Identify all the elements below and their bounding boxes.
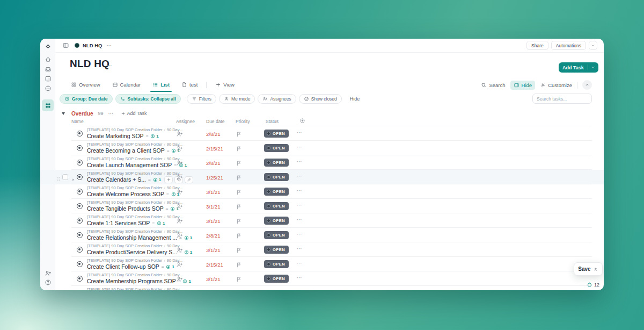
due-date[interactable]: 2/8/21	[206, 233, 220, 239]
subtask-count-badge[interactable]: 1	[157, 220, 165, 227]
task-breadcrumb[interactable]: [TEMPLATE] 90 Day SOP Creation Folder/90…	[87, 214, 182, 219]
due-date[interactable]: 3/1/21	[206, 276, 220, 282]
column-name[interactable]: Name	[71, 119, 84, 124]
search-tasks-input[interactable]	[532, 94, 592, 104]
status-badge[interactable]: OPEN	[264, 231, 289, 239]
priority-flag-icon[interactable]	[236, 203, 242, 212]
task-name[interactable]: Create Welcome Process SOP	[87, 191, 164, 198]
task-breadcrumb[interactable]: [TEMPLATE] 90 Day SOP Creation Folder/90…	[87, 185, 182, 190]
subtask-count-badge[interactable]: 1	[184, 234, 192, 241]
due-date[interactable]: 3/1/21	[206, 218, 220, 224]
drag-handle-icon[interactable]	[56, 174, 61, 184]
task-row[interactable]: [TEMPLATE] 90 Day SOP Creation Folder/90…	[40, 199, 604, 213]
task-more-icon[interactable]: ⋯	[297, 173, 303, 179]
status-badge[interactable]: OPEN	[264, 188, 289, 196]
task-row[interactable]: [TEMPLATE] 90 Day SOP Creation Folder/90…	[40, 271, 604, 286]
task-status-icon[interactable]	[77, 131, 83, 137]
add-assignee-icon[interactable]	[176, 232, 183, 241]
task-more-icon[interactable]: ⋯	[297, 275, 303, 281]
due-date[interactable]: 3/1/21	[206, 247, 220, 253]
group-add-task-button[interactable]: Add Task	[121, 111, 147, 116]
task-row[interactable]: [TEMPLATE] 90 Day SOP Creation Folder/90…	[40, 242, 604, 257]
due-date[interactable]: 3/1/21	[206, 204, 220, 210]
subtasks-chip[interactable]: Subtasks: Collapse all	[115, 94, 181, 104]
task-breadcrumb[interactable]: [TEMPLATE] 90 Day SOP Creation Folder/90…	[87, 127, 182, 132]
status-badge[interactable]: OPEN	[264, 130, 289, 138]
add-assignee-icon[interactable]	[176, 203, 183, 212]
task-status-icon[interactable]	[77, 160, 83, 166]
subtask-count-badge[interactable]: 1	[150, 133, 158, 140]
task-breadcrumb[interactable]: [TEMPLATE] 90 Day SOP Creation Folder/90…	[87, 258, 182, 263]
add-assignee-icon[interactable]	[176, 159, 183, 169]
task-name[interactable]: Create Membership Programs SOP	[87, 278, 176, 285]
assignees-chip[interactable]: Assignees	[258, 94, 296, 104]
add-assignee-icon[interactable]	[176, 217, 183, 227]
task-name[interactable]: Create Marketing SOP	[87, 133, 144, 140]
status-badge[interactable]: OPEN	[264, 144, 289, 152]
subtask-count-badge[interactable]: 1	[184, 249, 192, 256]
task-status-icon[interactable]	[77, 189, 83, 195]
column-priority[interactable]: Priority	[236, 119, 250, 124]
due-date[interactable]: 2/8/21	[206, 160, 220, 166]
corner-notification-badge[interactable]: 12	[587, 282, 599, 288]
add-assignee-icon[interactable]	[176, 261, 183, 270]
hide-filters-button[interactable]: Hide	[350, 96, 360, 102]
task-more-icon[interactable]: ⋯	[297, 144, 303, 150]
tab-list[interactable]: List	[151, 80, 171, 91]
add-column-icon[interactable]	[299, 118, 305, 125]
due-date[interactable]: 2/15/21	[206, 146, 223, 152]
more-apps-icon[interactable]	[40, 85, 55, 92]
search-button[interactable]: Search	[481, 82, 505, 88]
home-icon[interactable]	[40, 56, 55, 63]
priority-flag-icon[interactable]	[236, 217, 242, 227]
task-name[interactable]: Create Calendars + S...	[87, 176, 146, 183]
quick-add-icon[interactable]	[164, 176, 173, 183]
sidebar-toggle-icon[interactable]	[62, 42, 69, 49]
group-collapse-icon[interactable]	[62, 112, 65, 115]
task-row[interactable]: [TEMPLATE] 90 Day SOP Creation Folder/90…	[40, 155, 604, 170]
status-badge[interactable]: OPEN	[264, 173, 289, 181]
task-more-icon[interactable]: ⋯	[297, 159, 303, 164]
task-breadcrumb[interactable]: [TEMPLATE] 90 Day SOP Creation Folder/90…	[87, 156, 187, 161]
add-assignee-icon[interactable]	[176, 145, 183, 154]
task-more-icon[interactable]: ⋯	[297, 217, 303, 223]
task-status-icon[interactable]	[77, 203, 83, 209]
priority-flag-icon[interactable]	[236, 275, 242, 285]
filters-chip[interactable]: Filters	[187, 94, 216, 104]
task-row[interactable]: [TEMPLATE] 90 Day SOP Creation Folder/90…	[40, 141, 604, 155]
task-status-icon[interactable]	[77, 247, 83, 253]
task-row-partial[interactable]: [TEMPLATE] 90 Day SOP Creation Folder/90…	[40, 286, 604, 290]
priority-flag-icon[interactable]	[236, 159, 242, 169]
priority-flag-icon[interactable]	[236, 232, 242, 241]
add-view-button[interactable]: View	[214, 80, 235, 91]
priority-flag-icon[interactable]	[236, 174, 242, 183]
task-more-icon[interactable]: ⋯	[297, 188, 303, 193]
task-row[interactable]: [TEMPLATE] 90 Day SOP Creation Folder/90…	[40, 257, 604, 271]
task-name[interactable]: Create Tangible Products SOP	[87, 205, 164, 212]
save-view-button[interactable]: Save	[574, 262, 603, 276]
priority-flag-icon[interactable]	[236, 261, 242, 270]
customize-button[interactable]: Customize	[540, 82, 572, 88]
add-assignee-icon[interactable]	[176, 188, 183, 198]
add-task-button[interactable]: Add Task	[559, 62, 598, 73]
tab-test[interactable]: test	[180, 80, 199, 91]
status-badge[interactable]: OPEN	[264, 246, 289, 254]
due-date[interactable]: 1/25/21	[206, 175, 223, 181]
tab-calendar[interactable]: Calendar	[111, 80, 142, 91]
due-date[interactable]: 2/15/21	[206, 262, 223, 268]
inbox-icon[interactable]	[40, 66, 55, 73]
spaces-grid-icon[interactable]	[42, 99, 54, 111]
group-by-chip[interactable]: Group: Due date	[60, 94, 113, 104]
dashboards-icon[interactable]	[40, 75, 55, 82]
task-status-icon[interactable]	[77, 261, 83, 267]
task-breadcrumb[interactable]: [TEMPLATE] 90 Day SOP Creation Folder/90…	[87, 200, 182, 205]
status-badge[interactable]: OPEN	[264, 260, 289, 268]
task-name[interactable]: Create Product/Service Delivery S...	[87, 249, 177, 256]
show-closed-chip[interactable]: Show closed	[299, 94, 342, 104]
task-more-icon[interactable]: ⋯	[297, 231, 303, 237]
task-row[interactable]: [TEMPLATE] 90 Day SOP Creation Folder/90…	[40, 184, 604, 199]
due-date[interactable]: 2/8/21	[206, 131, 220, 137]
add-assignee-icon[interactable]	[176, 246, 183, 256]
expand-task-icon[interactable]	[71, 175, 76, 184]
group-name[interactable]: Overdue	[71, 111, 93, 117]
